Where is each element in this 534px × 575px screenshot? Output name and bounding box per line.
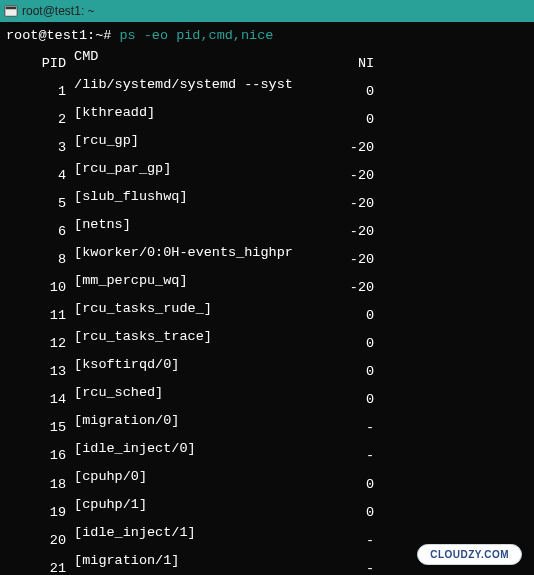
- cmd-cell: /lib/systemd/systemd --syst: [74, 75, 334, 96]
- ps-row: 13 [ksoftirqd/0]0: [6, 355, 528, 383]
- pid-cell: 21: [6, 559, 66, 575]
- command-text: ps -eo pid,cmd,nice: [119, 28, 273, 43]
- nice-cell: 0: [334, 362, 374, 383]
- pid-cell: 19: [6, 503, 66, 524]
- pid-cell: 5: [6, 194, 66, 215]
- pid-cell: 14: [6, 390, 66, 411]
- cmd-cell: [rcu_gp]: [74, 131, 334, 152]
- ps-row: 1 /lib/systemd/systemd --syst0: [6, 75, 528, 103]
- pid-cell: 13: [6, 362, 66, 383]
- pid-cell: 11: [6, 306, 66, 327]
- pid-cell: 15: [6, 418, 66, 439]
- ps-row: 16 [idle_inject/0]-: [6, 439, 528, 467]
- window-titlebar[interactable]: root@test1: ~: [0, 0, 534, 22]
- nice-cell: 0: [334, 306, 374, 327]
- ps-row: 11 [rcu_tasks_rude_]0: [6, 299, 528, 327]
- header-pid: PID: [6, 54, 66, 75]
- ps-row: 4 [rcu_par_gp]-20: [6, 159, 528, 187]
- terminal-output[interactable]: root@test1:~# ps -eo pid,cmd,nice PID CM…: [0, 22, 534, 575]
- cmd-cell: [rcu_par_gp]: [74, 159, 334, 180]
- ps-row: 8 [kworker/0:0H-events_highpr-20: [6, 243, 528, 271]
- cmd-cell: [kworker/0:0H-events_highpr: [74, 243, 334, 264]
- ps-row: 3 [rcu_gp]-20: [6, 131, 528, 159]
- pid-cell: 8: [6, 250, 66, 271]
- nice-cell: -20: [334, 166, 374, 187]
- header-nice: NI: [334, 54, 374, 75]
- nice-cell: 0: [334, 334, 374, 355]
- watermark-badge: CLOUDZY.COM: [417, 544, 522, 565]
- nice-cell: 0: [334, 110, 374, 131]
- prompt-user-host: root@test1:: [6, 28, 95, 43]
- cmd-cell: [slub_flushwq]: [74, 187, 334, 208]
- nice-cell: 0: [334, 82, 374, 103]
- pid-cell: 12: [6, 334, 66, 355]
- cmd-cell: [rcu_sched]: [74, 383, 334, 404]
- pid-cell: 1: [6, 82, 66, 103]
- nice-cell: -: [334, 559, 374, 575]
- ps-rows: 1 /lib/systemd/systemd --syst02 [kthread…: [6, 75, 528, 575]
- prompt-sep: #: [103, 28, 111, 43]
- pid-cell: 2: [6, 110, 66, 131]
- svg-rect-1: [6, 7, 17, 10]
- pid-cell: 4: [6, 166, 66, 187]
- nice-cell: 0: [334, 475, 374, 496]
- cmd-cell: [ksoftirqd/0]: [74, 355, 334, 376]
- cmd-cell: [idle_inject/1]: [74, 523, 334, 544]
- nice-cell: -: [334, 531, 374, 552]
- ps-row: 18 [cpuhp/0]0: [6, 467, 528, 495]
- ps-row: 2 [kthreadd]0: [6, 103, 528, 131]
- cmd-cell: [kthreadd]: [74, 103, 334, 124]
- pid-cell: 10: [6, 278, 66, 299]
- cmd-cell: [netns]: [74, 215, 334, 236]
- nice-cell: -: [334, 446, 374, 467]
- nice-cell: 0: [334, 390, 374, 411]
- nice-cell: 0: [334, 503, 374, 524]
- ps-header: PID CMDNI: [6, 47, 528, 75]
- pid-cell: 18: [6, 475, 66, 496]
- pid-cell: 20: [6, 531, 66, 552]
- nice-cell: -20: [334, 194, 374, 215]
- cmd-cell: [rcu_tasks_rude_]: [74, 299, 334, 320]
- cmd-cell: [rcu_tasks_trace]: [74, 327, 334, 348]
- terminal-icon: [4, 4, 18, 18]
- cmd-cell: [migration/1]: [74, 551, 334, 572]
- ps-row: 10 [mm_percpu_wq]-20: [6, 271, 528, 299]
- nice-cell: -20: [334, 222, 374, 243]
- window-title: root@test1: ~: [22, 4, 95, 18]
- ps-row: 5 [slub_flushwq]-20: [6, 187, 528, 215]
- header-cmd: CMD: [74, 47, 334, 68]
- cmd-cell: [idle_inject/0]: [74, 439, 334, 460]
- cmd-cell: [cpuhp/0]: [74, 467, 334, 488]
- ps-row: 19 [cpuhp/1]0: [6, 495, 528, 523]
- nice-cell: -20: [334, 138, 374, 159]
- prompt-line: root@test1:~# ps -eo pid,cmd,nice: [6, 26, 528, 47]
- cmd-cell: [cpuhp/1]: [74, 495, 334, 516]
- ps-row: 14 [rcu_sched]0: [6, 383, 528, 411]
- ps-row: 12 [rcu_tasks_trace]0: [6, 327, 528, 355]
- nice-cell: -20: [334, 250, 374, 271]
- ps-row: 6 [netns]-20: [6, 215, 528, 243]
- cmd-cell: [mm_percpu_wq]: [74, 271, 334, 292]
- ps-row: 15 [migration/0]-: [6, 411, 528, 439]
- watermark-text: CLOUDZY.COM: [430, 549, 509, 560]
- nice-cell: -: [334, 418, 374, 439]
- pid-cell: 3: [6, 138, 66, 159]
- nice-cell: -20: [334, 278, 374, 299]
- pid-cell: 16: [6, 446, 66, 467]
- cmd-cell: [migration/0]: [74, 411, 334, 432]
- pid-cell: 6: [6, 222, 66, 243]
